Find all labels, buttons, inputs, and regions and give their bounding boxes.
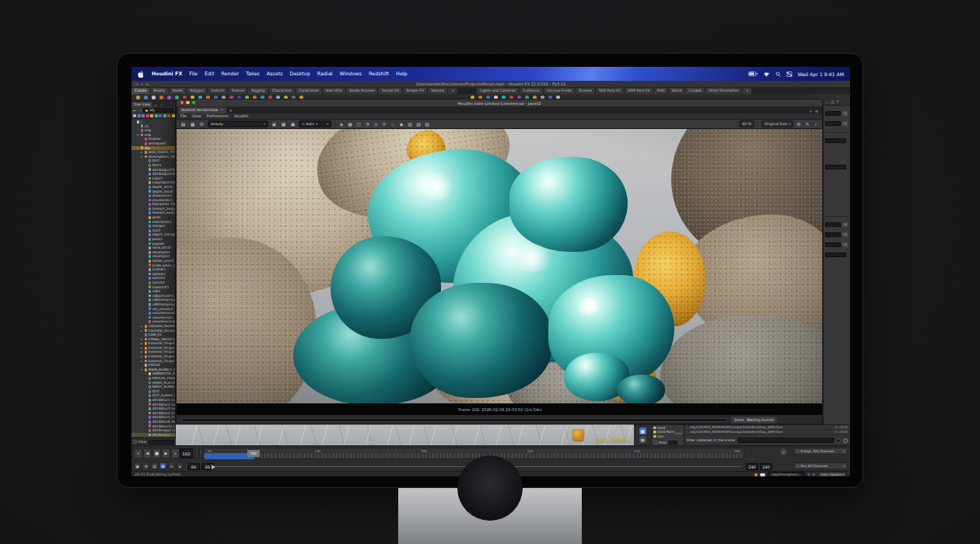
zoom-level-field[interactable]: 62 % (739, 120, 754, 127)
menubar-item-desktop[interactable]: Desktop (289, 71, 310, 77)
step-back-icon[interactable]: ▸ (177, 462, 184, 469)
shelf-tab-volume[interactable]: Volume (428, 88, 447, 94)
shelf-tool-icon[interactable] (144, 96, 148, 99)
menubar-item-windows[interactable]: Windows (340, 71, 362, 77)
close-tab-icon[interactable]: × (220, 107, 223, 113)
orbit-icon[interactable]: ⟳ (381, 121, 387, 127)
play-reverse-button[interactable]: ◀ (143, 448, 152, 459)
save-image-icon[interactable]: ▤ (180, 120, 187, 127)
expand-icon[interactable]: ▾ (141, 155, 143, 159)
stop-button[interactable]: ■ (152, 448, 161, 459)
current-node-path-field[interactable]: /obj/Atmospheric... (768, 472, 805, 476)
shelf-tab-sop-pyro-fx[interactable]: SOP Pyro FX (596, 88, 624, 94)
shelf-tool-icon[interactable] (152, 96, 156, 99)
refresh-icon[interactable]: ⟳ (813, 473, 816, 476)
menubar-item-takes[interactable]: Takes (246, 71, 260, 77)
parameter-field[interactable] (824, 253, 850, 257)
parameter-field[interactable]: → (824, 111, 850, 116)
pane-split-icon[interactable]: ⊞ (815, 109, 818, 113)
shelf-tab-pdg[interactable]: PDG (654, 88, 668, 94)
close-tab-icon[interactable]: × (152, 103, 159, 107)
timeline[interactable]: 102 90120150180210240 (203, 448, 744, 459)
shelf-tab-model[interactable]: Model (170, 88, 187, 94)
material-filter-checkbox[interactable]: ✓ (653, 441, 657, 445)
expand-icon[interactable]: ▾ (141, 368, 143, 372)
gear-icon[interactable]: ⚙ (796, 121, 802, 127)
expand-icon[interactable]: ▾ (137, 146, 139, 151)
loop-toggle-icon[interactable]: ▤ (151, 462, 158, 469)
tree-type-filter-icon[interactable] (133, 114, 136, 117)
control-center-icon[interactable] (786, 71, 793, 77)
keys-summary-dropdown[interactable]: ≡0 keys, 0/0 channels▾ (793, 448, 848, 455)
render-image[interactable] (177, 129, 823, 403)
shelf-tab-item[interactable]: + (448, 88, 457, 94)
menubar-item-redshift[interactable]: Redshift (369, 71, 389, 77)
tab-tree-view[interactable]: Tree View (131, 102, 152, 107)
split-view-icon[interactable]: ◫ (355, 121, 362, 127)
auto-update-dropdown[interactable]: Auto Update ▾ (817, 472, 847, 476)
tree-type-filter-icon[interactable] (167, 114, 170, 117)
shelf-tab-guide-process[interactable]: Guide Process (346, 88, 377, 94)
snapshot-icon[interactable]: ▦ (189, 120, 196, 127)
grid-icon[interactable]: ▦ (347, 121, 353, 127)
tree-type-filter-icon[interactable] (146, 114, 149, 117)
expand-icon[interactable]: ▸ (141, 329, 143, 333)
battery-icon[interactable] (748, 71, 758, 76)
shelf-tab-create[interactable]: Create (131, 88, 149, 94)
menubar-item-edit[interactable]: Edit (205, 71, 214, 77)
realtime-toggle-icon[interactable]: ▣ (134, 462, 141, 469)
shelf-tab-lights-and-cameras[interactable]: Lights and Cameras (477, 88, 519, 94)
shelf-tab-oceans[interactable]: Oceans (576, 88, 595, 94)
tab-redshift-renderview[interactable]: Redshift RenderView× (178, 107, 226, 113)
shelf-tab-polygon[interactable]: Polygon (187, 88, 207, 94)
tree-type-filter-icon[interactable] (150, 114, 153, 117)
shelf-tab-characters[interactable]: Characters (269, 88, 295, 94)
window-controls[interactable] (135, 83, 149, 86)
tree-type-filter-icon[interactable] (142, 114, 145, 117)
forward-arrow-icon[interactable]: → (138, 108, 142, 113)
current-frame-field[interactable]: 102 (180, 448, 193, 459)
houdini-window-titlebar[interactable]: /Users/andre/Documents/Projects/Morph.hi… (131, 81, 850, 87)
network-node[interactable] (572, 429, 584, 441)
minimize-button[interactable] (186, 101, 189, 104)
help-icon[interactable]: ? (837, 99, 839, 104)
shelf-tab-viscous-fluids[interactable]: Viscous Fluids (544, 88, 575, 94)
shelf-tab-texture[interactable]: Texture (228, 88, 247, 94)
renderview-menu-preferences[interactable]: Preferences (206, 114, 228, 118)
shelf-tab-terrain-fx[interactable]: Terrain FX (378, 88, 402, 94)
auto-resolution-dropdown[interactable]: < Auto >▾ (299, 120, 331, 127)
jump-start-button[interactable]: « (134, 448, 142, 459)
info-icon[interactable]: ⓘ (831, 99, 835, 104)
wifi-icon[interactable] (763, 71, 770, 77)
filter-option-icon[interactable] (836, 438, 841, 443)
magnifier-icon[interactable]: ⌕ (813, 121, 819, 127)
lock-icon[interactable]: ◈ (338, 121, 345, 127)
checker-background-icon[interactable]: ▩ (280, 120, 287, 127)
pan-icon[interactable]: ◆ (398, 121, 404, 127)
menubar-item-help[interactable]: Help (396, 71, 408, 77)
zoom-button[interactable] (192, 101, 195, 104)
parameter-field[interactable]: → (824, 242, 850, 247)
parameter-field[interactable] (824, 138, 850, 143)
stamp-icon[interactable]: ▨ (424, 121, 430, 127)
node-plug-icon[interactable]: → (842, 242, 848, 247)
expand-icon[interactable]: › (687, 430, 688, 435)
panel-icon[interactable]: ▣ (639, 436, 646, 443)
node-plug-icon[interactable]: → (842, 111, 848, 116)
settings-gear-icon[interactable]: ⚙ (159, 462, 166, 469)
shelf-tab-rigging[interactable]: Rigging (248, 88, 268, 94)
shelf-tab-modify[interactable]: Modify (150, 88, 168, 94)
filter-field[interactable] (149, 440, 174, 445)
levels-icon[interactable]: ▥ (407, 121, 413, 127)
renderview-menu-view[interactable]: View (192, 114, 201, 118)
menubar-item-radial[interactable]: Radial (317, 71, 333, 77)
node-plug-icon[interactable]: → (842, 232, 848, 237)
close-button[interactable] (180, 101, 184, 104)
shelf-tab-drive-simulation[interactable]: Drive Simulation (705, 88, 741, 94)
shelf-tab-item[interactable]: + (742, 88, 751, 94)
add-tab-icon[interactable]: + (226, 107, 235, 113)
filter-clear-icon[interactable] (843, 438, 848, 443)
shelf-tab-wires[interactable]: Wires (669, 88, 685, 94)
expand-icon[interactable]: ▸ (141, 359, 143, 364)
shelf-tab-collisions[interactable]: Collisions (520, 88, 543, 94)
